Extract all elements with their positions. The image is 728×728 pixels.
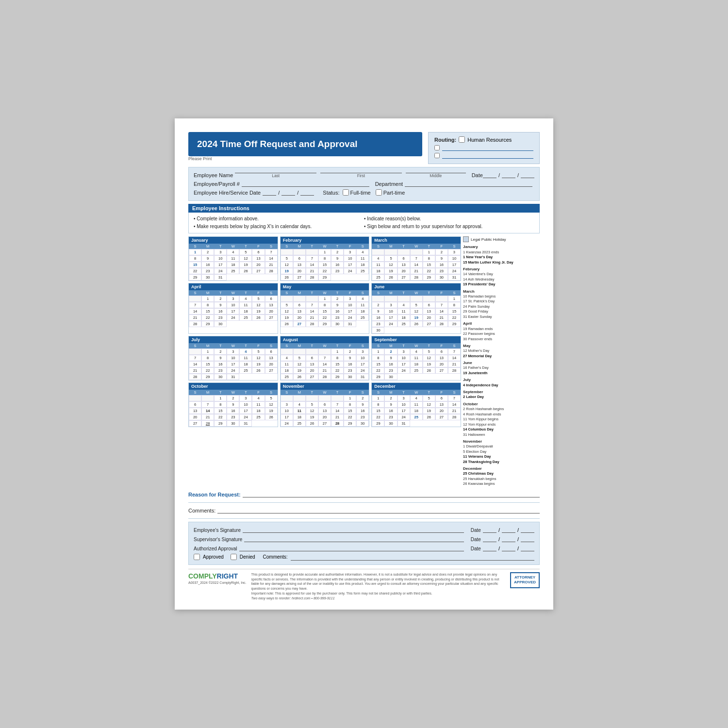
- cal-day[interactable]: 18: [410, 408, 423, 414]
- cal-day[interactable]: 13: [397, 262, 410, 268]
- cal-day[interactable]: 4: [252, 395, 265, 401]
- hire-month[interactable]: [263, 189, 276, 196]
- cal-day[interactable]: 15: [189, 262, 201, 268]
- date-year[interactable]: [521, 171, 534, 178]
- cal-day[interactable]: 3: [356, 348, 369, 355]
- cal-day[interactable]: 5: [239, 249, 252, 255]
- cal-day[interactable]: 12: [384, 262, 397, 268]
- cal-day[interactable]: 22: [372, 414, 384, 420]
- cal-day[interactable]: 19: [281, 314, 293, 321]
- cal-day[interactable]: 12: [306, 408, 318, 414]
- cal-day[interactable]: 27: [252, 268, 265, 274]
- cal-day[interactable]: 6: [189, 401, 201, 408]
- cal-day[interactable]: 17: [227, 308, 239, 314]
- cal-day[interactable]: 16: [372, 314, 384, 321]
- cal-day[interactable]: 1: [189, 249, 201, 255]
- cal-day[interactable]: 7: [189, 355, 201, 361]
- cal-day[interactable]: 15: [214, 408, 227, 414]
- cal-day[interactable]: 27: [306, 374, 318, 380]
- cal-day[interactable]: 13: [293, 262, 306, 268]
- cal-day[interactable]: 30: [331, 321, 344, 327]
- cal-day[interactable]: 11: [227, 255, 239, 262]
- cal-day[interactable]: 24: [281, 420, 293, 427]
- cal-day[interactable]: 14: [448, 401, 461, 408]
- cal-day[interactable]: 16: [384, 408, 397, 414]
- cal-day[interactable]: 2: [435, 249, 448, 255]
- cal-day[interactable]: 29: [372, 374, 384, 380]
- cal-day[interactable]: 16: [214, 308, 227, 314]
- cal-day[interactable]: 25: [356, 268, 369, 274]
- cal-day[interactable]: 27: [293, 321, 306, 327]
- cal-day[interactable]: 17: [214, 262, 227, 268]
- cal-day[interactable]: 19: [306, 414, 318, 420]
- cal-day[interactable]: 1: [423, 249, 435, 255]
- auth-sig-day[interactable]: [502, 545, 515, 551]
- cal-day[interactable]: 24: [239, 414, 252, 420]
- cal-day[interactable]: 30: [356, 420, 369, 427]
- cal-day[interactable]: 15: [372, 408, 384, 414]
- cal-day[interactable]: 4: [227, 249, 239, 255]
- cal-day[interactable]: 2: [372, 302, 384, 308]
- cal-day[interactable]: 10: [448, 255, 461, 262]
- cal-day[interactable]: 4: [293, 401, 306, 408]
- cal-day[interactable]: 18: [293, 414, 306, 420]
- cal-day[interactable]: 26: [423, 367, 435, 374]
- cal-day[interactable]: 28: [448, 414, 461, 420]
- cal-day[interactable]: 4: [281, 355, 293, 361]
- cal-day[interactable]: 30: [384, 420, 397, 427]
- cal-day[interactable]: 8: [448, 302, 461, 308]
- cal-day[interactable]: 18: [356, 262, 369, 268]
- cal-day[interactable]: 9: [214, 355, 227, 361]
- cal-day[interactable]: 25: [356, 314, 369, 321]
- cal-day[interactable]: 15: [448, 308, 461, 314]
- cal-day[interactable]: 1: [331, 348, 344, 355]
- emp-sig-year[interactable]: [521, 526, 534, 533]
- sig-comments-line[interactable]: [291, 554, 534, 561]
- cal-day[interactable]: 16: [227, 408, 239, 414]
- cal-day[interactable]: 5: [410, 302, 423, 308]
- cal-day[interactable]: 13: [265, 355, 278, 361]
- cal-day[interactable]: 17: [281, 414, 293, 420]
- cal-day[interactable]: 12: [423, 401, 435, 408]
- cal-day[interactable]: 26: [281, 321, 293, 327]
- routing-checkbox-1[interactable]: [459, 136, 465, 143]
- cal-day[interactable]: 12: [252, 302, 265, 308]
- cal-day[interactable]: 6: [265, 296, 278, 302]
- cal-day[interactable]: 23: [331, 268, 344, 274]
- cal-day[interactable]: 26: [252, 367, 265, 374]
- cal-day[interactable]: 29: [318, 321, 331, 327]
- cal-day[interactable]: 12: [293, 361, 306, 367]
- cal-day[interactable]: 7: [331, 401, 344, 408]
- cal-day[interactable]: 14: [331, 408, 344, 414]
- cal-day[interactable]: 5: [265, 395, 278, 401]
- cal-day[interactable]: 20: [189, 414, 201, 420]
- cal-day[interactable]: 3: [397, 395, 410, 401]
- cal-day[interactable]: 17: [227, 361, 239, 367]
- cal-day[interactable]: 11: [397, 308, 410, 314]
- cal-day[interactable]: 24: [356, 367, 369, 374]
- cal-day[interactable]: 5: [423, 348, 435, 355]
- denied-checkbox[interactable]: [231, 554, 237, 560]
- cal-day[interactable]: 16: [214, 361, 227, 367]
- cal-day[interactable]: 8: [331, 355, 344, 361]
- cal-day[interactable]: 4: [356, 249, 369, 255]
- cal-day[interactable]: 11: [281, 361, 293, 367]
- cal-day[interactable]: 30: [227, 420, 239, 427]
- cal-day[interactable]: 25: [227, 268, 239, 274]
- cal-day[interactable]: 3: [227, 348, 239, 355]
- cal-day[interactable]: 20: [435, 408, 448, 414]
- cal-day[interactable]: 11: [239, 355, 252, 361]
- cal-day[interactable]: 7: [306, 255, 318, 262]
- cal-day[interactable]: 2: [331, 296, 344, 302]
- cal-day[interactable]: 16: [435, 262, 448, 268]
- cal-day[interactable]: 31: [227, 374, 239, 380]
- cal-day[interactable]: 20: [423, 314, 435, 321]
- cal-day[interactable]: 1: [372, 395, 384, 401]
- cal-day[interactable]: 21: [306, 314, 318, 321]
- cal-day[interactable]: 27: [435, 367, 448, 374]
- cal-day[interactable]: 11: [356, 302, 369, 308]
- cal-day[interactable]: 22: [331, 367, 344, 374]
- cal-day[interactable]: 18: [397, 314, 410, 321]
- cal-day[interactable]: 8: [214, 401, 227, 408]
- cal-day[interactable]: 27: [265, 367, 278, 374]
